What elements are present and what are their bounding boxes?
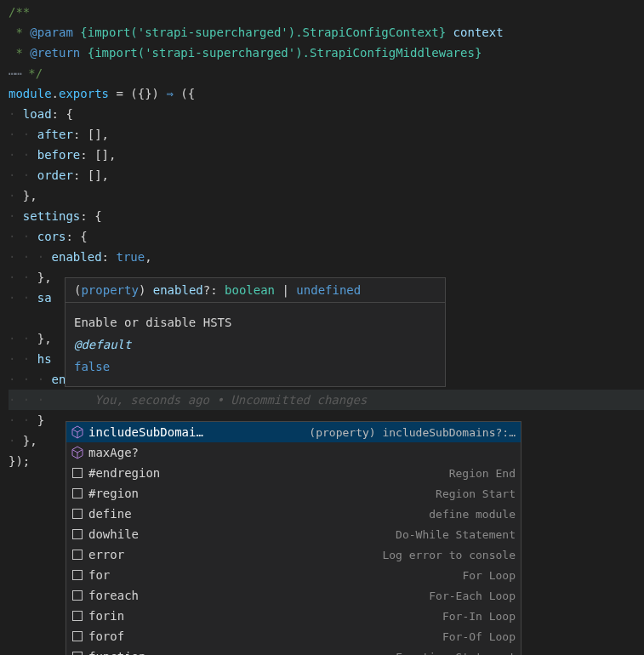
suggest-item[interactable]: functionFunction Statement	[66, 646, 521, 655]
snippet-icon	[70, 588, 85, 603]
suggest-item-detail: Function Statement	[396, 651, 516, 656]
suggest-item-detail: (property) includeSubDomains?:…	[309, 426, 516, 439]
suggest-item-detail: Log error to console	[382, 549, 516, 561]
suggest-item-label: for	[88, 568, 110, 582]
code-line: ⋯⋯ */	[9, 63, 644, 83]
code-line: · },	[9, 185, 644, 206]
suggest-item[interactable]: forofFor-Of Loop	[66, 626, 521, 646]
hover-tooltip: (property) enabled?: boolean | undefined…	[65, 277, 446, 387]
code-line: /**	[9, 2, 644, 22]
code-line-active: · · · You, seconds ago • Uncommitted cha…	[9, 390, 644, 410]
snippet-icon	[70, 465, 85, 481]
suggest-item-detail: define module	[429, 508, 516, 521]
suggest-item-label: #endregion	[88, 466, 160, 480]
snippet-icon	[70, 506, 85, 521]
suggest-item-label: error	[88, 548, 124, 561]
git-blame-annotation: You, seconds ago • Uncommitted changes	[94, 393, 367, 407]
suggest-item-label: forin	[88, 609, 124, 623]
suggest-item[interactable]: #regionRegion Start	[66, 483, 521, 504]
code-line: · · cors: {	[9, 226, 644, 247]
suggest-item[interactable]: forFor Loop	[66, 565, 521, 585]
code-line: · load: {	[9, 104, 644, 124]
suggest-item-label: dowhile	[88, 527, 139, 541]
suggest-item-label: function	[88, 650, 145, 655]
code-editor[interactable]: /** * @param {import('strapi-supercharge…	[0, 0, 644, 471]
snippet-icon	[70, 486, 85, 501]
suggest-item[interactable]: definedefine module	[66, 504, 521, 524]
code-line: module.exports = ({}) ⇒ ({	[9, 83, 644, 104]
autocomplete-popup[interactable]: includeSubDomai…(property) includeSubDom…	[66, 421, 521, 655]
snippet-icon	[70, 527, 85, 542]
snippet-icon	[70, 649, 85, 655]
property-icon	[70, 445, 85, 460]
suggest-item-detail: For-Of Loop	[442, 630, 516, 643]
code-line: · · before: [],	[9, 145, 644, 165]
suggest-item-label: maxAge?	[88, 446, 139, 459]
suggest-item-detail: Region Start	[436, 487, 516, 500]
code-line: · · after: [],	[9, 124, 644, 145]
suggest-item-detail: Do-While Statement	[396, 528, 516, 541]
property-icon	[70, 424, 85, 440]
suggest-item-label: define	[88, 507, 132, 521]
code-line: · · · enabled: true,	[9, 247, 644, 267]
suggest-item-label: #region	[88, 487, 139, 500]
suggest-item[interactable]: forinFor-In Loop	[66, 606, 521, 626]
code-line: · settings: {	[9, 206, 644, 226]
snippet-icon	[70, 547, 85, 562]
code-line: * @return {import('strapi-supercharged')…	[9, 43, 644, 63]
hover-signature: (property) enabled?: boolean | undefined	[66, 278, 445, 303]
code-line: * @param {import('strapi-supercharged').…	[9, 22, 644, 43]
suggest-item-detail: For-Each Loop	[429, 590, 516, 602]
snippet-icon	[70, 629, 85, 644]
suggest-item-detail: Region End	[449, 467, 516, 480]
snippet-icon	[70, 608, 85, 624]
suggest-item-label: includeSubDomai…	[88, 425, 203, 439]
suggest-item-label: foreach	[88, 589, 139, 602]
suggest-item-label: forof	[88, 629, 124, 643]
hover-documentation: Enable or disable HSTS @default false	[66, 303, 445, 386]
suggest-item[interactable]: maxAge?	[66, 442, 521, 463]
suggest-item[interactable]: dowhileDo-While Statement	[66, 524, 521, 544]
suggest-item[interactable]: #endregionRegion End	[66, 463, 521, 483]
snippet-icon	[70, 567, 85, 583]
suggest-item[interactable]: errorLog error to console	[66, 544, 521, 565]
suggest-item-detail: For Loop	[462, 569, 516, 582]
suggest-item[interactable]: foreachFor-Each Loop	[66, 585, 521, 606]
suggest-item[interactable]: includeSubDomai…(property) includeSubDom…	[66, 422, 521, 442]
suggest-item-detail: For-In Loop	[442, 610, 516, 623]
code-line: · · order: [],	[9, 165, 644, 185]
